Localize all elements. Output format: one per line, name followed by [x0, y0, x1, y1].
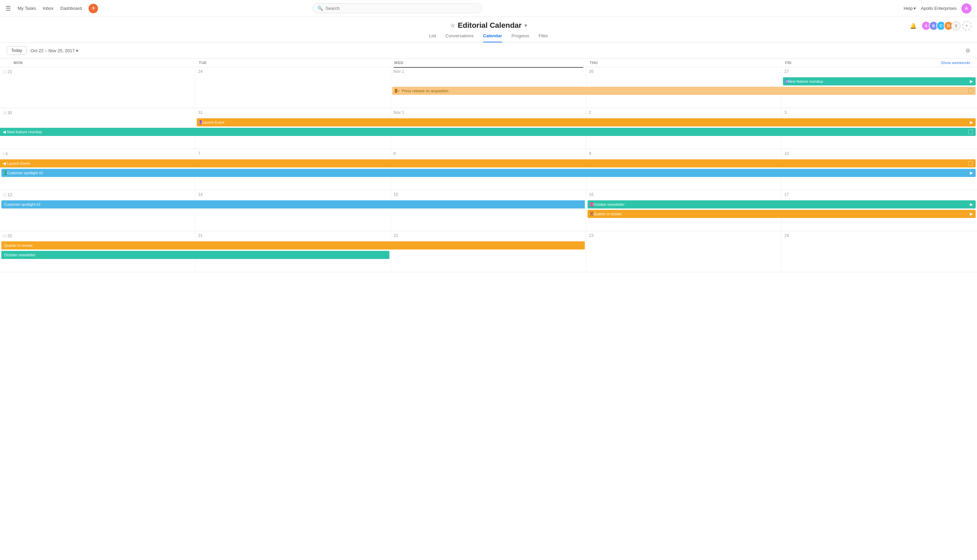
day-num-27: 27: [784, 69, 974, 74]
show-weekends-button[interactable]: Show weekends: [941, 61, 970, 65]
bell-icon[interactable]: 🔔: [910, 23, 917, 29]
day-nov22: 22: [391, 231, 586, 272]
day-num-26: 26: [589, 69, 778, 74]
day-nov24: 24: [782, 231, 977, 272]
hamburger-icon[interactable]: ☰: [5, 5, 11, 12]
week-row-3: 5 6 7 8 9 10 ◀ Launch Event: [0, 149, 977, 190]
tab-conversations[interactable]: Conversations: [446, 33, 474, 42]
event-avatar: P: [395, 89, 397, 93]
my-tasks-link[interactable]: My Tasks: [18, 6, 36, 11]
tab-calendar[interactable]: Calendar: [483, 33, 502, 42]
arrow-left-icon: ◀: [3, 161, 6, 166]
event-launch-event-w3[interactable]: ◀ Launch Event: [0, 159, 975, 167]
day-num-nov1: Nov 1: [394, 110, 583, 115]
day-nov23: 23: [586, 231, 782, 272]
week-row-1: 22 23 24 Nov 1 26 27 A: [0, 67, 977, 108]
calendar-header: MON TUE WED THU FRI Show weekends: [0, 58, 977, 67]
dashboard-link[interactable]: Dashboard: [60, 6, 82, 11]
event-avatar: Q: [590, 212, 593, 216]
day-num-21: 21: [198, 233, 388, 238]
search-input[interactable]: [326, 6, 477, 11]
event-customer-spotlight-w4[interactable]: Customer spotlight #2: [2, 200, 585, 208]
week-row-2: 29 30 31 Nov 1 2 3 L Launch Event ▶: [0, 108, 977, 149]
event-launch-event-w2[interactable]: L Launch Event ▶: [197, 118, 975, 127]
arrow-left-icon: ◀: [3, 130, 6, 134]
calendar-toolbar: Today Oct 22 – Nov 25, 2017 ▾ ⚙: [0, 43, 977, 58]
day-num-10: 10: [784, 151, 974, 156]
today-indicator: [394, 67, 583, 68]
day-num-6: 6: [5, 152, 8, 156]
col-mon: MON: [0, 61, 195, 65]
day-num-22: 22: [394, 233, 583, 238]
title-chevron-icon[interactable]: ▾: [524, 23, 527, 28]
day-num-14: 14: [198, 192, 388, 197]
day-num-16: 16: [589, 192, 778, 197]
project-tabs: List Conversations Calendar Progress Fil…: [0, 33, 977, 42]
arrow-right-icon: ▶: [970, 79, 973, 84]
search-bar: 🔍: [312, 3, 482, 13]
avatar-group: A B C D 3 +: [921, 21, 972, 30]
project-title: ☆ Editorial Calendar ▾: [0, 21, 977, 30]
add-button[interactable]: +: [89, 4, 98, 13]
event-avatar: O: [590, 202, 593, 207]
week-row-4: 12 13 14 15 16 17 Customer spotlight #2: [0, 190, 977, 231]
day-nov12: 12 13: [0, 190, 195, 231]
star-icon[interactable]: ☆: [450, 22, 455, 29]
sq-icon: [968, 88, 973, 93]
sq-icon: [968, 130, 973, 134]
day-nov14: 14: [195, 190, 391, 231]
tab-files[interactable]: Files: [539, 33, 548, 42]
add-member-button[interactable]: +: [962, 21, 972, 30]
user-avatar[interactable]: A: [961, 3, 972, 13]
day-num-13: 13: [7, 193, 12, 197]
nav-links: My Tasks Inbox Dashboard: [18, 6, 82, 11]
col-tue: TUE: [195, 61, 391, 65]
settings-icon[interactable]: ⚙: [965, 47, 970, 54]
event-customer-spotlight-w3[interactable]: C Customer spotlight #2 ▶: [2, 169, 975, 177]
event-october-newsletter-w5[interactable]: October newsletter: [2, 251, 389, 259]
day-num-3: 3: [784, 110, 974, 115]
arrow-right-icon: ▶: [970, 202, 973, 207]
inbox-link[interactable]: Inbox: [43, 6, 53, 11]
col-wed: WED: [391, 61, 586, 65]
org-name: Apollo Enterprises: [921, 6, 957, 11]
nav-left: ☰ My Tasks Inbox Dashboard +: [5, 4, 98, 13]
event-press-release[interactable]: P ✓ Press release on acquisition: [392, 87, 975, 95]
week-num-19: 19: [3, 234, 7, 238]
day-num-23: 23: [589, 233, 778, 238]
week-row-5: 19 20 21 22 23 24 Quarter in review: [0, 231, 977, 272]
day-num-9: 9: [589, 151, 778, 156]
sq-icon: [968, 161, 973, 166]
event-quarter-in-review-w4[interactable]: Q Quarter in review ▶: [588, 210, 975, 218]
member-count[interactable]: 3: [951, 21, 961, 30]
nav-right: Help ▾ Apollo Enterprises A: [904, 3, 972, 13]
top-nav: ☰ My Tasks Inbox Dashboard + 🔍 Help ▾ Ap…: [0, 0, 977, 17]
day-num-20: 20: [7, 233, 12, 238]
col-thu: THU: [586, 61, 782, 65]
week-num-22: 22: [3, 70, 7, 74]
arrow-right-icon: ▶: [970, 120, 973, 125]
event-quarter-in-review-w5[interactable]: Quarter in review: [2, 242, 585, 250]
day-oct24: 24: [195, 67, 391, 108]
day-num-23: 23: [7, 70, 12, 74]
day-num-31: 31: [198, 110, 388, 115]
tab-list[interactable]: List: [429, 33, 436, 42]
day-num-2: 2: [589, 110, 778, 115]
event-new-feature-roundup-w2[interactable]: ◀ New feature roundup: [0, 128, 975, 136]
arrow-right-icon: ▶: [970, 170, 973, 175]
project-header: 🔔 A B C D 3 + ☆ Editorial Calendar ▾ Lis…: [0, 17, 977, 43]
day-num-25: Nov 1: [394, 69, 583, 74]
event-new-feature-roundup-w1[interactable]: A New feature roundup ▶: [783, 77, 975, 85]
day-num-24: 24: [784, 233, 974, 238]
help-button[interactable]: Help ▾: [904, 6, 916, 11]
date-range[interactable]: Oct 22 – Nov 25, 2017 ▾: [30, 48, 78, 53]
day-num-8: 8: [394, 151, 583, 156]
week-num-12: 12: [3, 193, 7, 197]
event-october-newsletter-w4[interactable]: O October newsletter ▶: [588, 200, 975, 208]
event-avatar: A: [786, 79, 788, 83]
today-button[interactable]: Today: [7, 46, 27, 55]
day-nov15: 15: [391, 190, 586, 231]
check-icon: ✓: [397, 89, 400, 93]
day-num-24: 24: [198, 69, 388, 74]
tab-progress[interactable]: Progress: [511, 33, 529, 42]
